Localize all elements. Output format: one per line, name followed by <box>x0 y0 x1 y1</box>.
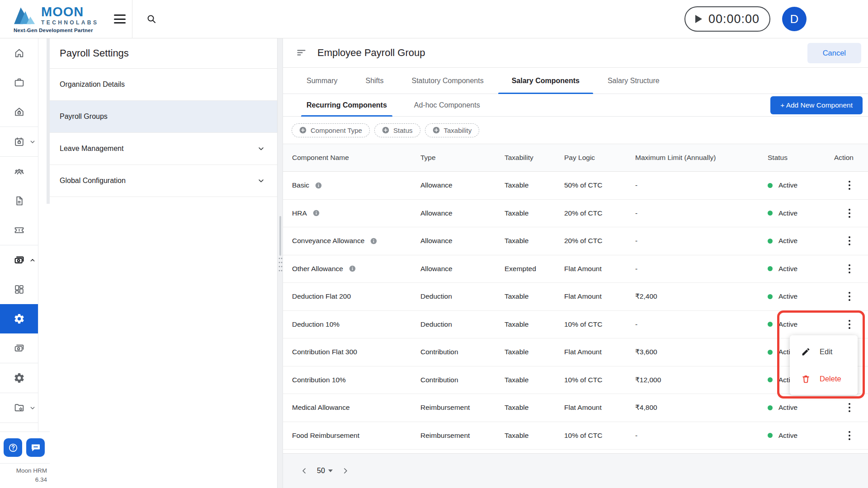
settings-panel-item[interactable]: Global Configuration <box>50 165 277 197</box>
settings-panel-item-label: Leave Management <box>60 145 123 153</box>
sidebar-item-groups[interactable] <box>0 157 38 186</box>
status-badge: Active <box>778 404 797 412</box>
settings-panel-item[interactable]: Payroll Groups <box>50 101 277 133</box>
table-row: HRAAllowanceTaxable20% of CTC-Active <box>283 200 868 228</box>
pay-logic-cell: 50% of CTC <box>564 181 635 189</box>
tab-statutory-components[interactable]: Statutory Components <box>411 68 483 94</box>
status-cell: Active <box>768 292 831 300</box>
status-badge: Active <box>778 181 797 189</box>
tab-summary[interactable]: Summary <box>307 68 337 94</box>
sidebar-item-ticket[interactable] <box>0 216 38 245</box>
panel-scroll-strip[interactable] <box>47 38 50 204</box>
component-name-cell: Other Allowance <box>292 265 420 273</box>
table-body: BasicAllowanceTaxable50% of CTC-ActiveHR… <box>283 172 868 450</box>
type-cell: Allowance <box>420 265 505 273</box>
status-badge: Active <box>778 292 797 300</box>
edit-label: Edit <box>820 347 832 356</box>
action-cell <box>831 290 859 303</box>
action-cell <box>831 178 859 192</box>
add-new-component-button[interactable]: + Add New Component <box>770 96 863 114</box>
column-header-taxability: Taxability <box>505 154 564 162</box>
sidebar-item-dashboard[interactable] <box>0 275 38 304</box>
table-row: BasicAllowanceTaxable50% of CTC-Active <box>283 172 868 200</box>
feedback-chat-button[interactable] <box>26 438 45 457</box>
status-badge: Active <box>778 320 797 328</box>
type-cell: Allowance <box>420 209 505 217</box>
info-icon[interactable] <box>312 209 320 217</box>
pay-logic-cell: Flat Amount <box>564 292 635 300</box>
play-icon[interactable] <box>695 15 702 23</box>
subtab-ad-hoc-components[interactable]: Ad-hoc Components <box>414 94 480 116</box>
panel-title: Payroll Settings <box>50 38 277 69</box>
max-limit-cell: - <box>635 209 768 217</box>
page-size-value: 50 <box>317 467 325 475</box>
status-cell: Active <box>768 432 831 440</box>
component-name-cell: HRA <box>292 209 420 217</box>
kebab-menu-icon[interactable] <box>845 401 854 414</box>
chevron-down-icon <box>29 404 36 412</box>
panel-splitter[interactable] <box>277 38 283 488</box>
status-dot-icon <box>768 266 773 271</box>
sidebar-item-home-work[interactable] <box>0 97 38 127</box>
moon-logo-icon <box>14 5 37 26</box>
tab-salary-structure[interactable]: Salary Structure <box>608 68 660 94</box>
kebab-menu-icon[interactable] <box>845 262 854 276</box>
prev-page-icon[interactable] <box>299 465 310 476</box>
kebab-menu-icon[interactable] <box>845 234 854 248</box>
info-icon[interactable] <box>315 182 322 189</box>
moon-technolabs-logo[interactable]: MOON TECHNOLABS Next-Gen Development Par… <box>14 5 99 33</box>
pay-logic-cell: 10% of CTC <box>564 432 635 440</box>
kebab-menu-icon[interactable] <box>845 318 854 331</box>
settings-panel-item[interactable]: Leave Management <box>50 133 277 165</box>
sidebar-divider <box>0 422 38 423</box>
info-icon[interactable] <box>370 237 377 245</box>
sidebar-item-gear[interactable] <box>0 304 38 333</box>
sidebar-item-briefcase[interactable] <box>0 68 38 97</box>
sidebar-item-gear[interactable] <box>0 363 38 393</box>
kebab-menu-icon[interactable] <box>845 206 854 220</box>
kebab-menu-icon[interactable] <box>845 290 854 303</box>
sidebar-item-folder-gear[interactable] <box>0 393 38 422</box>
next-page-icon[interactable] <box>340 465 351 476</box>
avatar[interactable]: D <box>782 7 807 31</box>
sidebar-item-file[interactable] <box>0 186 38 216</box>
sidebar-item-home[interactable] <box>0 38 38 68</box>
help-button[interactable] <box>4 438 22 457</box>
filter-chip-component-type[interactable]: Component Type <box>292 123 370 137</box>
sidebar-item-payments[interactable] <box>0 333 38 363</box>
timer-widget[interactable]: 00:00:00 <box>684 6 770 32</box>
drag-handle-icon[interactable] <box>278 257 283 273</box>
status-dot-icon <box>768 405 773 410</box>
component-name: Contribution 10% <box>292 376 346 384</box>
status-dot-icon <box>768 239 773 244</box>
menu-toggle-icon[interactable] <box>114 14 126 23</box>
page-size-select[interactable]: 50 <box>317 467 333 475</box>
subtab-recurring-components[interactable]: Recurring Components <box>307 94 387 116</box>
context-menu-edit[interactable]: Edit <box>790 339 858 364</box>
sort-lines-icon[interactable] <box>296 47 307 58</box>
action-cell <box>831 429 859 442</box>
kebab-menu-icon[interactable] <box>845 178 854 192</box>
search-icon[interactable] <box>146 14 157 24</box>
taxability-cell: Taxable <box>505 432 564 440</box>
component-name: Food Reimbursement <box>292 432 359 440</box>
info-icon[interactable] <box>349 265 356 272</box>
tab-salary-components[interactable]: Salary Components <box>512 68 580 94</box>
kebab-menu-icon[interactable] <box>845 429 854 442</box>
delete-label: Delete <box>820 375 841 383</box>
pay-logic-cell: 20% of CTC <box>564 209 635 217</box>
settings-panel-item[interactable]: Organization Details <box>50 69 277 101</box>
sidebar-footer: Moon HRM 6.34 <box>0 432 50 488</box>
scrollbar-thumb[interactable] <box>279 216 281 256</box>
pay-logic-cell: Flat Amount <box>564 265 635 273</box>
brand-subname: TECHNOLABS <box>41 19 99 26</box>
sidebar-item-calendar-work[interactable] <box>0 127 38 156</box>
context-menu-delete[interactable]: Delete <box>790 366 858 391</box>
status-dot-icon <box>768 322 773 327</box>
tab-shifts[interactable]: Shifts <box>365 68 383 94</box>
cancel-button[interactable]: Cancel <box>807 43 861 63</box>
sidebar-item-payments[interactable] <box>0 245 38 275</box>
component-name-cell: Food Reimbursement <box>292 432 420 440</box>
filter-chip-status[interactable]: Status <box>374 123 420 137</box>
filter-chip-taxability[interactable]: Taxability <box>425 123 480 137</box>
